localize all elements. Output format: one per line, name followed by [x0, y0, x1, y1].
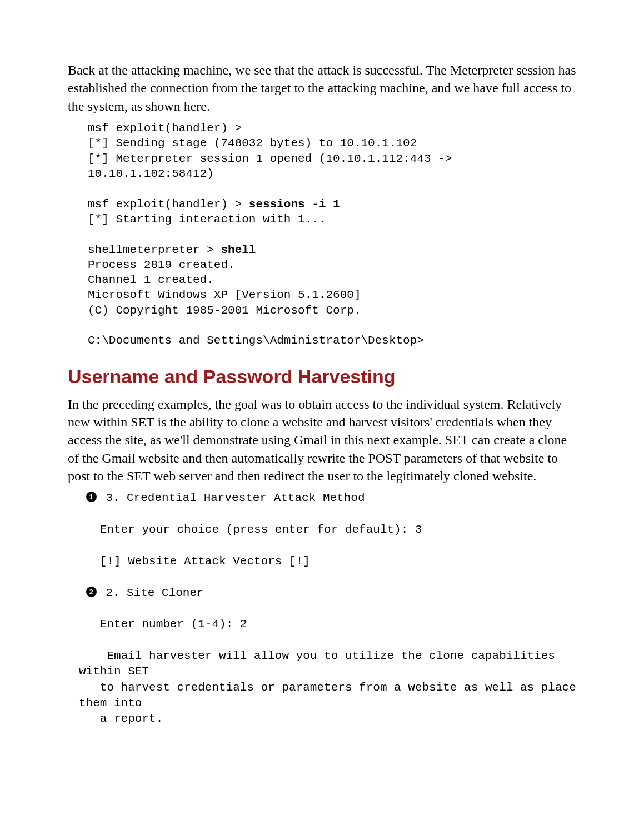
code-line: Email harvester will allow you to utiliz…: [79, 649, 562, 678]
code-input: shell: [221, 244, 256, 256]
code-block-meterpreter: msf exploit(handler) > [*] Sending stage…: [88, 121, 577, 348]
code-line: shellmeterpreter >: [88, 244, 221, 256]
code-line: Enter number (1-4):: [79, 618, 240, 631]
code-line: msf exploit(handler) >: [88, 122, 242, 135]
code-line: (C) Copyright 1985-2001 Microsoft Corp.: [88, 304, 361, 317]
code-line: msf exploit(handler) >: [88, 198, 249, 211]
code-line: to harvest credentials or parameters fro…: [79, 681, 583, 709]
code-line: [*] Meterpreter session 1 opened (10.10.…: [88, 152, 459, 180]
section-paragraph: In the preceding examples, the goal was …: [68, 395, 577, 485]
code-line: a report.: [79, 712, 163, 725]
code-input: 2: [240, 618, 247, 631]
code-line: Enter your choice (press enter for defau…: [79, 523, 415, 536]
code-line: [*] Sending stage (748032 bytes) to 10.1…: [88, 137, 417, 150]
code-line: 2. Site Cloner: [99, 587, 204, 599]
callout-two-icon: 2: [86, 587, 97, 597]
code-line: 3. Credential Harvester Attack Method: [99, 492, 365, 504]
code-line: Process 2819 created.: [88, 259, 235, 271]
code-line: [!] Website Attack Vectors [!]: [79, 555, 310, 568]
code-line: Channel 1 created.: [88, 274, 214, 286]
callout-one-icon: 1: [86, 492, 97, 502]
code-line: [*] Starting interaction with 1...: [88, 213, 326, 226]
code-input: 3: [415, 523, 422, 536]
section-heading: Username and Password Harvesting: [68, 364, 577, 390]
code-line: Microsoft Windows XP [Version 5.1.2600]: [88, 289, 361, 301]
code-line: C:\Documents and Settings\Administrator\…: [88, 334, 424, 347]
code-block-harvester: 1 3. Credential Harvester Attack Method …: [79, 490, 577, 727]
intro-paragraph: Back at the attacking machine, we see th…: [68, 61, 577, 115]
code-input: sessions -i 1: [249, 198, 340, 211]
